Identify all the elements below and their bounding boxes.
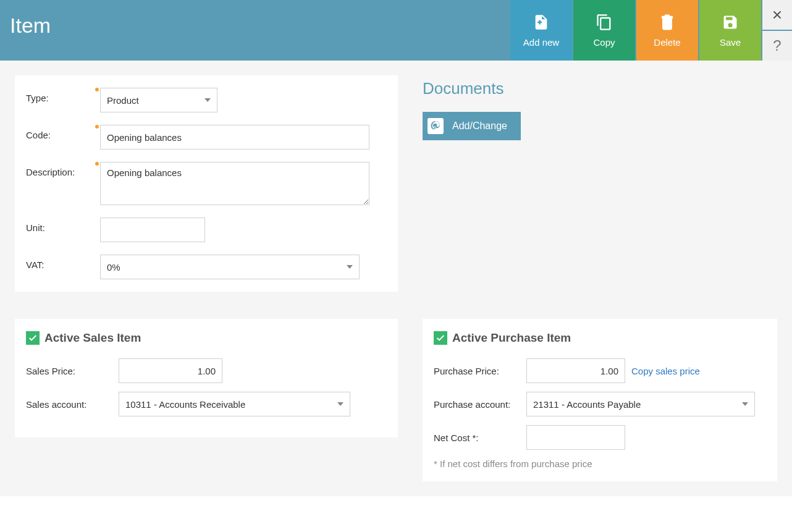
add-new-button[interactable]: Add new bbox=[510, 0, 572, 61]
save-button[interactable]: Save bbox=[699, 0, 761, 61]
purchase-account-select[interactable]: 21311 - Accounts Payable bbox=[526, 392, 755, 416]
sales-price-input[interactable] bbox=[119, 358, 222, 383]
delete-button[interactable]: Delete bbox=[636, 0, 698, 61]
sales-panel: Active Sales Item Sales Price: Sales acc… bbox=[15, 319, 398, 437]
type-select[interactable]: Product bbox=[100, 88, 217, 112]
page-header: Item Add new Copy Delete Save ? bbox=[0, 0, 792, 61]
net-cost-hint: * If net cost differs from purchase pric… bbox=[434, 458, 766, 469]
active-purchase-checkbox[interactable] bbox=[434, 331, 447, 345]
item-details-panel: Type: Product Code: Description: Opening… bbox=[15, 75, 398, 292]
active-sales-checkbox[interactable] bbox=[26, 331, 40, 345]
pdf-icon bbox=[428, 118, 444, 134]
check-icon bbox=[436, 333, 445, 343]
header-actions: Add new Copy Delete Save ? bbox=[509, 0, 792, 61]
unit-label: Unit: bbox=[26, 217, 100, 233]
chevron-down-icon bbox=[204, 98, 211, 102]
unit-input[interactable] bbox=[100, 217, 205, 242]
documents-heading: Documents bbox=[423, 79, 777, 98]
code-input[interactable] bbox=[100, 125, 369, 150]
documents-add-change-button[interactable]: Add/Change bbox=[423, 112, 521, 140]
description-textarea[interactable]: Opening balances bbox=[100, 162, 369, 205]
chevron-down-icon bbox=[347, 265, 353, 269]
purchase-panel: Active Purchase Item Purchase Price: Cop… bbox=[423, 319, 777, 481]
copy-sales-price-link[interactable]: Copy sales price bbox=[631, 366, 700, 376]
check-icon bbox=[28, 333, 38, 343]
sales-account-select[interactable]: 10311 - Accounts Receivable bbox=[119, 392, 350, 416]
vat-label: VAT: bbox=[26, 255, 100, 270]
purchase-price-input[interactable] bbox=[526, 358, 625, 383]
close-icon bbox=[771, 9, 783, 21]
net-cost-input[interactable] bbox=[526, 425, 625, 450]
code-label: Code: bbox=[26, 125, 100, 140]
close-button[interactable] bbox=[762, 0, 792, 30]
help-button[interactable]: ? bbox=[762, 31, 792, 61]
file-plus-icon bbox=[533, 14, 550, 31]
purchase-price-label: Purchase Price: bbox=[434, 366, 526, 376]
type-label: Type: bbox=[26, 88, 100, 103]
sales-heading: Active Sales Item bbox=[44, 331, 141, 345]
sales-account-label: Sales account: bbox=[26, 399, 119, 410]
sales-price-label: Sales Price: bbox=[26, 366, 119, 376]
chevron-down-icon bbox=[742, 402, 748, 406]
net-cost-label: Net Cost *: bbox=[434, 433, 526, 443]
save-icon bbox=[722, 14, 739, 31]
chevron-down-icon bbox=[337, 402, 343, 406]
description-label: Description: bbox=[26, 162, 100, 177]
copy-icon bbox=[596, 14, 613, 31]
corner-controls: ? bbox=[762, 0, 792, 61]
vat-select[interactable]: 0% bbox=[100, 255, 360, 279]
content-area: Type: Product Code: Description: Opening… bbox=[0, 61, 792, 496]
trash-icon bbox=[659, 14, 676, 31]
purchase-account-label: Purchase account: bbox=[434, 399, 526, 410]
purchase-heading: Active Purchase Item bbox=[452, 331, 571, 345]
page-title: Item bbox=[0, 0, 61, 61]
documents-panel: Documents Add/Change bbox=[423, 75, 777, 140]
copy-button[interactable]: Copy bbox=[573, 0, 635, 61]
